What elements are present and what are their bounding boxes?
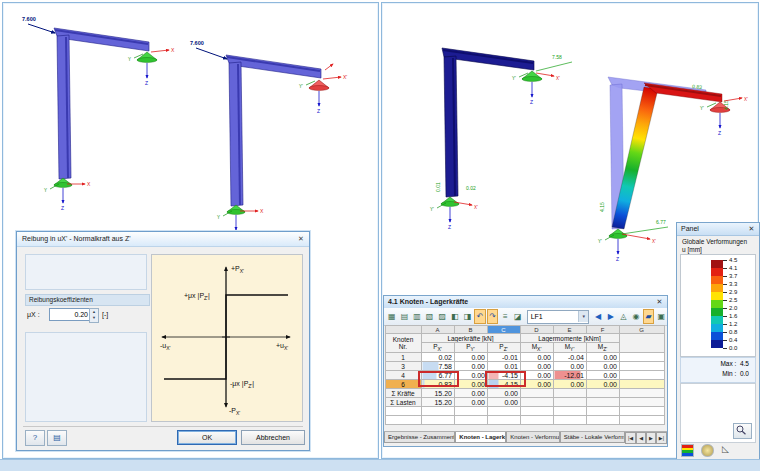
magnifier-icon: [734, 424, 749, 436]
scale-value: 2.9: [729, 288, 737, 296]
mu-label: μX :: [27, 311, 40, 318]
forces-header: Lagerkräfte [kN]: [422, 334, 521, 343]
scale-band: [711, 292, 723, 300]
mu-spinner[interactable]: ▲▼: [89, 308, 99, 323]
help-button[interactable]: ?: [25, 430, 45, 446]
scale-value: 1.2: [729, 320, 737, 328]
col-next-icon[interactable]: ◨: [462, 309, 474, 324]
tab-first-icon[interactable]: |◀: [625, 432, 636, 444]
panel-filter-icon[interactable]: ◺: [722, 444, 733, 455]
relations-icon[interactable]: ◉: [630, 309, 642, 324]
scale-value: 0.4: [729, 336, 737, 344]
mx-header: MX': [521, 343, 554, 353]
status-bar: [0, 459, 760, 471]
tab-prev-icon[interactable]: ◀: [636, 432, 646, 444]
scale-value: 4.5: [729, 256, 737, 264]
col-letter[interactable]: B: [455, 326, 488, 334]
next-case-icon[interactable]: ▶: [605, 309, 617, 324]
moments-header: Lagermomente [kNm]: [521, 334, 620, 343]
friction-dialog: Reibung in uX' - Normalkraft aus Z' ✕ Re…: [16, 231, 310, 451]
scale-band: [711, 268, 723, 276]
my-header: MY': [554, 343, 587, 353]
support-forces-table: A B C D E F G KnotenNr. Lagerkräfte [kN]…: [385, 325, 665, 425]
tab-knoten-lagerkraefte[interactable]: Knoten - Lagerkräfte: [455, 432, 506, 443]
col-letter[interactable]: A: [422, 326, 455, 334]
row-filter-icon[interactable]: ▥: [411, 309, 423, 324]
panel-caption-1: Globale Verformungen: [682, 238, 747, 246]
col-prev-icon[interactable]: ◧: [449, 309, 461, 324]
svg-text:-μx |PZ'|: -μx |PZ'|: [230, 380, 254, 389]
sum-loads-row: Σ Lasten 15.20 0.00 0.00: [386, 398, 665, 407]
header-row-groups: KnotenNr. Lagerkräfte [kN] Lagermomente …: [386, 334, 665, 343]
table-tabs: Ergebnisse - Zusammenfassung Knoten - La…: [384, 431, 667, 445]
table-row[interactable]: 3 7.58 0.00 0.01 0.00 0.00 0.00: [386, 362, 665, 371]
prev-case-icon[interactable]: ◀: [592, 309, 604, 324]
notes-button[interactable]: ▤: [47, 430, 67, 446]
filter-icon[interactable]: ◬: [618, 309, 630, 324]
tab-knoten-verformungen[interactable]: Knoten - Verformungen: [506, 432, 559, 443]
table-row[interactable]: 4 6.77 0.00 -4.15 0.00 -12.01 0.00: [386, 371, 665, 380]
scale-value: 0.0: [729, 344, 737, 352]
chevron-down-icon[interactable]: ▾: [578, 311, 588, 322]
px-header: PX': [422, 343, 455, 353]
close-icon[interactable]: ✕: [654, 297, 665, 307]
sum-rows-icon[interactable]: ≡: [499, 309, 511, 324]
scale-band: [711, 340, 723, 348]
scale-value: 3.7: [729, 272, 737, 280]
upper-groupbox: [25, 254, 147, 290]
color-ref-icon[interactable]: ▰: [643, 309, 655, 324]
tab-staebe-lokale-verformungen[interactable]: Stäbe - Lokale Verformungen: [560, 432, 625, 443]
tab-last-icon[interactable]: ▶|: [656, 432, 667, 444]
scale-band: [711, 308, 723, 316]
result-filter-icon[interactable]: ▧: [424, 309, 436, 324]
lower-groupbox: [25, 332, 147, 422]
pz-header: PZ': [488, 343, 521, 353]
view-settings-icon[interactable]: ▤: [399, 309, 411, 324]
min-value: 0.0: [740, 370, 749, 377]
result-panel: Panel ✕ Globale Verformungen u [mm] 4.5 …: [676, 222, 760, 460]
redo-icon[interactable]: ↷: [487, 309, 499, 324]
close-icon[interactable]: ✕: [295, 234, 307, 244]
excel-export-icon[interactable]: ▣: [655, 309, 667, 324]
empty-row: [386, 416, 665, 425]
svg-text:-uX': -uX': [160, 342, 171, 351]
result-diagram-icon[interactable]: ◪: [512, 309, 524, 324]
scale-band: [711, 276, 723, 284]
col-letter[interactable]: D: [521, 326, 554, 334]
color-scale-box: 4.5 4.1 3.7 3.3 2.9 2.5 2.0 1.6 1.2 0.8 …: [680, 254, 756, 357]
zoom-button[interactable]: [733, 423, 752, 439]
ok-button[interactable]: OK: [177, 430, 237, 445]
cancel-button[interactable]: Abbrechen: [241, 430, 305, 445]
col-letter[interactable]: F: [587, 326, 620, 334]
sum-forces-row: Σ Kräfte 15.20 0.00 0.00: [386, 389, 665, 398]
scale-value: 0.8: [729, 328, 737, 336]
panel-factors-icon[interactable]: [701, 444, 714, 457]
mu-input[interactable]: 0.20: [49, 308, 91, 321]
panel-colorscale-icon[interactable]: [681, 444, 694, 457]
table-graphic-icon[interactable]: ▦: [386, 309, 398, 324]
close-icon[interactable]: ✕: [746, 224, 757, 234]
scale-value: 4.1: [729, 264, 737, 272]
max-value: 4.5: [740, 360, 749, 367]
rfem-workspace: { "left_view": { "load1": "7.600", "load…: [0, 0, 760, 471]
friction-group-header: Reibungskoeffizienten: [25, 294, 150, 306]
tab-next-icon[interactable]: ▶: [646, 432, 656, 444]
table-row[interactable]: 1 0.02 0.00 -0.01 0.00 -0.04 0.00: [386, 353, 665, 362]
scale-value: 2.5: [729, 296, 737, 304]
scale-band: [711, 300, 723, 308]
column-letter-row: A B C D E F G: [386, 326, 665, 334]
table-row-selected[interactable]: 6 0.83 0.00 4.15 0.00 0.00 0.00: [386, 380, 665, 389]
undo-icon[interactable]: ↶: [474, 309, 486, 324]
scale-band: [711, 284, 723, 292]
col-letter[interactable]: G: [620, 326, 665, 334]
col-letter[interactable]: E: [554, 326, 587, 334]
tab-ergebnisse-zusammenfassung[interactable]: Ergebnisse - Zusammenfassung: [384, 432, 455, 443]
col-letter-selected[interactable]: C: [488, 326, 521, 334]
table-toolbar: ▦ ▤ ▥ ▧ ▨ ◧ ◨ ↶ ↷ ≡ ◪ LF1▾ ◀ ▶ ◬ ◉ ▰ ▣: [384, 308, 667, 326]
py-header: PY': [455, 343, 488, 353]
mz-header: MZ': [587, 343, 620, 353]
scale-value: 2.0: [729, 304, 737, 312]
loadcase-dropdown[interactable]: LF1▾: [527, 310, 590, 324]
node-header: KnotenNr.: [386, 334, 422, 353]
selection-icon[interactable]: ▨: [436, 309, 448, 324]
